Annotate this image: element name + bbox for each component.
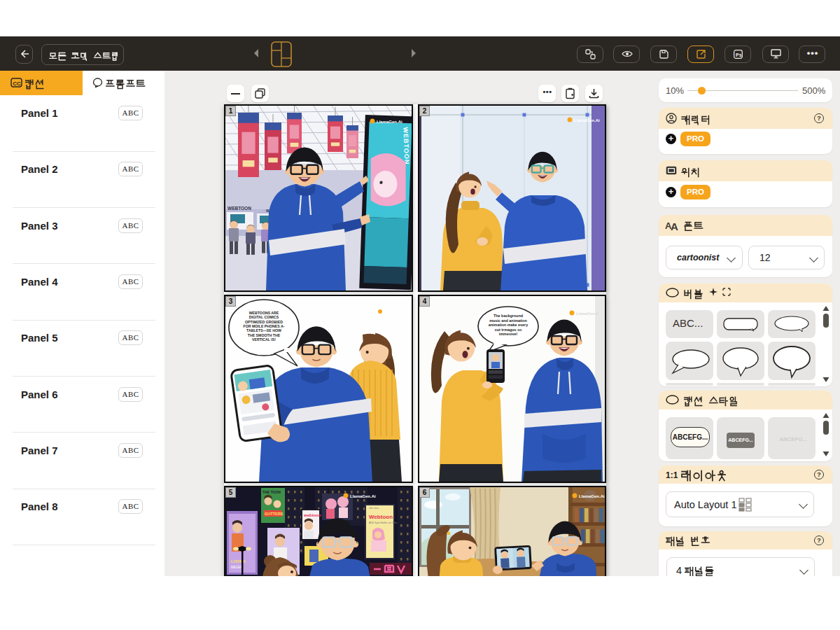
svg-text:GUTTERS: GUTTERS — [265, 512, 284, 516]
svg-text:LlamaGen.Ai: LlamaGen.Ai — [574, 118, 600, 122]
svg-text:FOR MOILE PHONES A-: FOR MOILE PHONES A- — [244, 324, 285, 328]
svg-text:WEBTOON: WEBTOON — [402, 127, 410, 165]
svg-text:Ps: Ps — [736, 52, 742, 57]
svg-text:A: A — [671, 220, 678, 231]
svg-text:CC: CC — [13, 80, 21, 87]
svg-text:LlamaGen.A: LlamaGen.A — [576, 312, 598, 316]
svg-text:DIGITAL COMICS: DIGITAL COMICS — [249, 315, 279, 319]
svg-text:ADD Spot Stollss on 59 br: ADD Spot Stollss on 59 br — [369, 522, 398, 524]
svg-text:immesive!: immesive! — [499, 332, 518, 336]
svg-text:music and animation: music and animation — [489, 318, 527, 323]
svg-text:MEGEN: MEGEN — [231, 566, 243, 569]
svg-text:THE SMOOTH THE: THE SMOOTH THE — [248, 333, 281, 337]
svg-text:cut trmagus so: cut trmagus so — [495, 328, 522, 332]
svg-text:OPTIMIZED GROBIED: OPTIMIZED GROBIED — [245, 320, 283, 324]
svg-text:LlamaGen.Ai: LlamaGen.Ai — [377, 120, 402, 124]
svg-text:LOVNA: LOVNA — [231, 559, 246, 564]
svg-text:Webtoon: Webtoon — [369, 514, 393, 520]
svg-text:animation make every: animation make every — [489, 323, 528, 327]
svg-text:wbm sbnw: wbm sbnw — [369, 507, 379, 510]
svg-text:LlamaGen.Ai: LlamaGen.Ai — [579, 494, 605, 498]
svg-text:WEBTOON: WEBTOON — [227, 206, 251, 211]
svg-text:LlamaGen.Ai: LlamaGen.Ai — [350, 494, 376, 498]
svg-text:The background: The background — [493, 314, 523, 318]
svg-text:webtoon: webtoon — [303, 513, 321, 517]
svg-text:TABLETS—SE HOW: TABLETS—SE HOW — [246, 328, 281, 332]
svg-text:THE TOON: THE TOON — [262, 490, 281, 494]
svg-text:WEBTOONS ARE: WEBTOONS ARE — [249, 311, 279, 315]
svg-text:VERTICAL IS!: VERTICAL IS! — [252, 337, 276, 342]
